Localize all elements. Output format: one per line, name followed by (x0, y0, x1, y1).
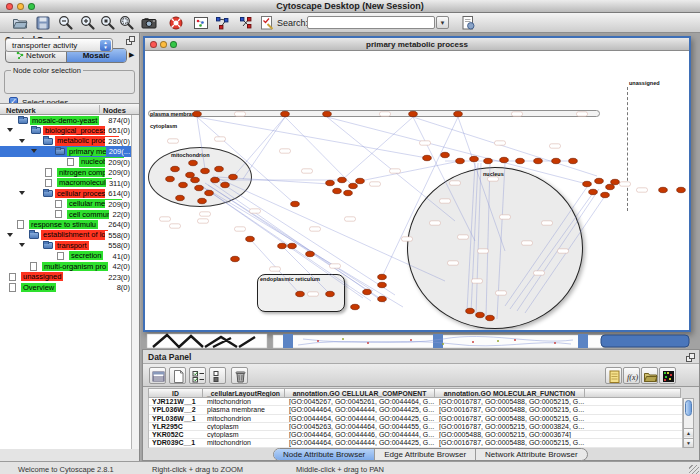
graph-node[interactable] (552, 158, 561, 163)
graph-node[interactable] (423, 155, 432, 160)
graph-edge[interactable] (285, 117, 353, 186)
search-options-icon[interactable] (460, 15, 477, 32)
notepad-icon[interactable] (605, 367, 622, 384)
graph-node[interactable] (466, 308, 475, 313)
table-row[interactable]: YPL036W__1mitochondrion[GO:0044464, GO:0… (149, 415, 682, 423)
graph-node[interactable] (231, 256, 240, 261)
network-graph[interactable] (145, 51, 689, 330)
table-cell[interactable]: [GO:0045263, GO:0044464, GO:0044455, G..… (286, 423, 436, 430)
graph-node[interactable] (229, 174, 238, 179)
graph-node[interactable] (333, 188, 342, 193)
graph-node[interactable] (476, 312, 485, 317)
table-cell[interactable]: YJR121W__1 (149, 398, 204, 405)
table-cell[interactable] (586, 415, 682, 422)
table-cell[interactable]: [GO:0016787, GO:0005488, GO:0005215, G..… (436, 398, 586, 405)
column-header[interactable] (585, 388, 681, 398)
tab-network-attribute-browser[interactable]: Network Attribute Browser (475, 449, 586, 460)
birds-eye-view-icon[interactable] (193, 15, 210, 32)
table-cell[interactable]: [GO:0044464, GO:0044444, GO:0044425, G..… (286, 439, 436, 446)
graph-node[interactable] (351, 304, 360, 309)
graph-node[interactable] (215, 166, 224, 171)
layout-nodes-b-icon[interactable] (238, 15, 255, 32)
expander-icon[interactable] (7, 233, 13, 237)
search-dropdown-arrow-icon[interactable]: ▼ (436, 16, 449, 29)
graph-node[interactable] (326, 291, 335, 296)
graph-edge[interactable] (215, 179, 395, 295)
table-row[interactable]: YDR039C__1mitochondrion[GO:0044464, GO:0… (149, 439, 682, 447)
graph-edge[interactable] (486, 163, 490, 317)
table-cell[interactable]: YLR295C (149, 423, 204, 430)
tab-overflow-arrow[interactable]: ▶ (129, 51, 134, 59)
graph-node[interactable] (484, 158, 493, 163)
graph-node[interactable] (189, 160, 198, 165)
graph-node[interactable] (378, 274, 387, 279)
table-row[interactable]: YPL036W__2plasma membrane[GO:0044464, GO… (149, 406, 682, 414)
unselect-attributes-icon[interactable] (209, 367, 226, 384)
graph-node[interactable] (595, 178, 604, 183)
graph-node[interactable] (470, 156, 479, 161)
graph-edge[interactable] (233, 117, 285, 177)
table-cell[interactable]: [GO:0044464, GO:0044444, GO:0044425, G..… (286, 415, 436, 422)
graph-node[interactable] (291, 201, 300, 206)
open-file-icon[interactable] (12, 15, 29, 32)
graph-node[interactable] (500, 157, 509, 162)
layout-nodes-a-icon[interactable] (214, 15, 231, 32)
matrix-view-icon[interactable] (659, 367, 676, 384)
tree-row[interactable]: Overview8(0) (0, 282, 132, 292)
graph-node[interactable] (338, 177, 347, 182)
graph-node[interactable] (278, 243, 287, 248)
table-cell[interactable]: [GO:0005488, GO:0005215, GO:0003674] (436, 431, 586, 438)
graph-node[interactable] (281, 111, 290, 116)
table-cell[interactable]: [GO:0016787, GO:0005488, GO:0005215, G..… (436, 406, 586, 413)
graph-edge[interactable] (203, 187, 371, 301)
tree-row[interactable]: biological_process651(0) (0, 125, 132, 135)
network-view-window[interactable]: primary metabolic process plasma membran… (143, 36, 691, 332)
table-cell[interactable] (586, 439, 682, 446)
graph-node[interactable] (589, 189, 598, 194)
column-header[interactable]: annotation.GO CELLULAR_COMPONENT (285, 388, 435, 398)
graph-edge[interactable] (327, 117, 587, 184)
import-attributes-icon[interactable] (641, 367, 658, 384)
help-icon[interactable] (168, 15, 185, 32)
graph-node[interactable] (171, 166, 180, 171)
network-view-titlebar[interactable]: primary metabolic process (145, 38, 689, 51)
table-cell[interactable]: [GO:0016787, GO:0005488, GO:0005215, G..… (436, 415, 586, 422)
column-divider[interactable] (99, 105, 100, 113)
tree-row[interactable]: nucleobase-209(0) (0, 157, 132, 167)
graph-edge[interactable] (197, 117, 205, 169)
table-cell[interactable]: cytoplasm (204, 431, 286, 438)
table-cell[interactable]: [GO:0044464, GO:0044444, GO:0044425, G..… (286, 406, 436, 413)
graph-edge[interactable] (510, 193, 593, 309)
graph-node[interactable] (205, 190, 214, 195)
graph-edge[interactable] (213, 176, 445, 281)
tree-row[interactable]: mosaic-demo-yeast874(0) (0, 115, 132, 125)
graph-node[interactable] (186, 172, 195, 177)
column-header[interactable]: ID (148, 388, 203, 398)
table-cell[interactable]: [GO:0044464, GO:0044446, GO:0044444, G..… (286, 431, 436, 438)
table-cell[interactable]: mitochondrion (204, 415, 286, 422)
expander-icon[interactable] (31, 149, 37, 153)
graph-node[interactable] (326, 180, 335, 185)
graph-node[interactable] (246, 236, 255, 241)
table-cell[interactable]: mitochondrion (204, 439, 286, 446)
expander-icon[interactable] (19, 243, 25, 247)
graph-node[interactable] (176, 195, 185, 200)
resize-grip[interactable] (689, 465, 699, 474)
graph-node[interactable] (659, 187, 668, 192)
scroll-down-icon[interactable]: ▼ (684, 438, 693, 447)
select-attributes-icon[interactable] (189, 367, 206, 384)
graph-node[interactable] (569, 158, 578, 163)
tree-scrollbar[interactable] (131, 115, 139, 449)
scrollbar-thumb[interactable] (685, 400, 692, 416)
tree-row[interactable]: metabolic process280(0) (0, 136, 132, 146)
graph-edge[interactable] (413, 117, 475, 241)
tree-row[interactable]: nitrogen compo209(0) (0, 167, 132, 177)
expander-icon[interactable] (19, 191, 25, 195)
tree-row[interactable]: cellular process614(0) (0, 188, 132, 198)
tree-row[interactable]: secretion41(0) (0, 251, 132, 261)
table-cell[interactable]: [GO:0016787, GO:0005215, GO:0003824, G..… (436, 423, 586, 430)
graph-node[interactable] (534, 158, 543, 163)
graph-node[interactable] (441, 152, 450, 157)
function-builder-icon[interactable]: f(x) (623, 367, 640, 384)
graph-node[interactable] (296, 291, 305, 296)
